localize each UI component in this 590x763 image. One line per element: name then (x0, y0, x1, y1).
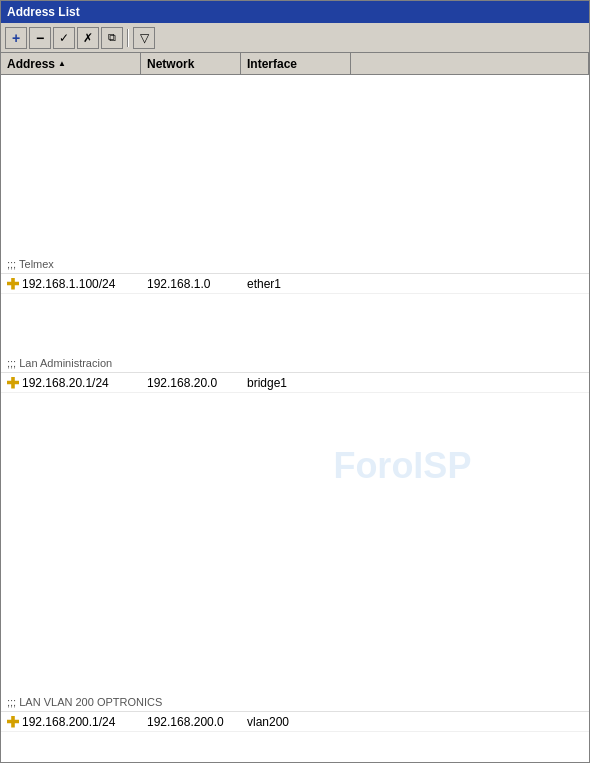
check-button[interactable]: ✓ (53, 27, 75, 49)
cell-network-3: 192.168.200.0 (141, 714, 241, 730)
add-icon: + (12, 30, 20, 46)
address-list-window: Address List + − ✓ ✗ ⧉ ▽ Address ▲ Netwo… (0, 0, 590, 763)
table-header: Address ▲ Network Interface (1, 53, 589, 75)
table-row[interactable]: 192.168.1.100/24 192.168.1.0 ether1 (1, 274, 589, 294)
content-area[interactable]: ForoISP ;;; Telmex 192.168.1.100/24 192.… (1, 75, 589, 762)
cell-interface-1: ether1 (241, 276, 351, 292)
cell-address-1: 192.168.1.100/24 (1, 276, 141, 292)
row-active-icon (7, 278, 19, 290)
empty-top (1, 75, 589, 255)
header-address[interactable]: Address ▲ (1, 53, 141, 74)
toolbar-separator (127, 29, 129, 47)
section-telmex-header: ;;; Telmex (1, 255, 589, 274)
cell-address-3: 192.168.200.1/24 (1, 714, 141, 730)
section-lan-admin-header: ;;; Lan Administracion (1, 354, 589, 373)
title-bar: Address List (1, 1, 589, 23)
toolbar: + − ✓ ✗ ⧉ ▽ (1, 23, 589, 53)
header-network[interactable]: Network (141, 53, 241, 74)
row-active-icon (7, 716, 19, 728)
empty-mid-1 (1, 294, 589, 354)
cell-network-1: 192.168.1.0 (141, 276, 241, 292)
cell-network-2: 192.168.20.0 (141, 375, 241, 391)
cell-interface-3: vlan200 (241, 714, 351, 730)
minus-icon: − (36, 30, 44, 46)
header-rest (351, 53, 589, 74)
check-icon: ✓ (59, 31, 69, 45)
remove-button[interactable]: − (29, 27, 51, 49)
copy-icon: ⧉ (108, 31, 116, 44)
x-icon: ✗ (83, 31, 93, 45)
table-row[interactable]: 192.168.20.1/24 192.168.20.0 bridge1 (1, 373, 589, 393)
row-active-icon (7, 377, 19, 389)
header-interface[interactable]: Interface (241, 53, 351, 74)
cell-rest-1 (351, 283, 589, 285)
cell-interface-2: bridge1 (241, 375, 351, 391)
copy-button[interactable]: ⧉ (101, 27, 123, 49)
cell-rest-3 (351, 721, 589, 723)
filter-button[interactable]: ▽ (133, 27, 155, 49)
cell-rest-2 (351, 382, 589, 384)
table-row[interactable]: 192.168.200.1/24 192.168.200.0 vlan200 (1, 712, 589, 732)
cell-address-2: 192.168.20.1/24 (1, 375, 141, 391)
section-vlan-header: ;;; LAN VLAN 200 OPTRONICS (1, 693, 589, 712)
uncheck-button[interactable]: ✗ (77, 27, 99, 49)
add-button[interactable]: + (5, 27, 27, 49)
window-title: Address List (7, 5, 80, 19)
filter-icon: ▽ (140, 31, 149, 45)
sort-indicator: ▲ (58, 59, 66, 68)
empty-mid-2 (1, 393, 589, 693)
